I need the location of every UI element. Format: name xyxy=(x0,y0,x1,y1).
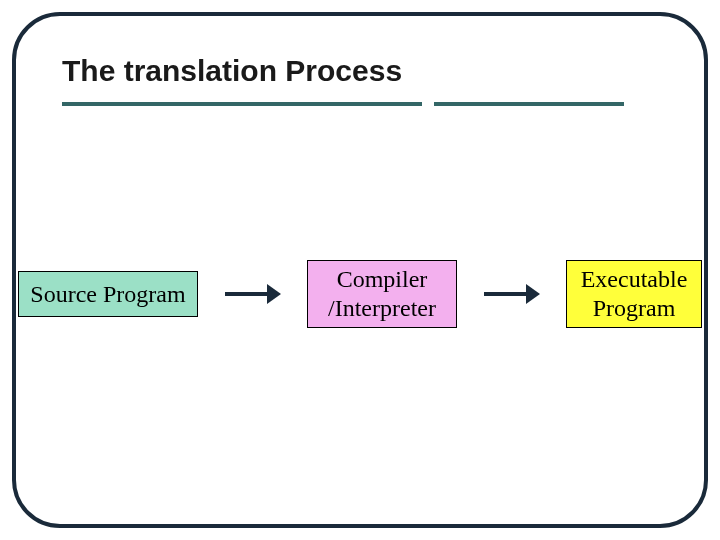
slide-title: The translation Process xyxy=(62,54,402,88)
box-exec-line2: Program xyxy=(573,294,695,323)
box-compiler-interpreter: Compiler /Interpreter xyxy=(307,260,457,328)
box-compiler-line2: /Interpreter xyxy=(314,294,450,323)
flow-row: Source Program Compiler /Interpreter Exe… xyxy=(18,260,702,328)
box-executable-program: Executable Program xyxy=(566,260,702,328)
title-underline-left xyxy=(62,102,422,106)
arrow-icon xyxy=(225,284,281,304)
title-underline-right xyxy=(434,102,624,106)
box-source-label: Source Program xyxy=(25,280,191,309)
box-source-program: Source Program xyxy=(18,271,198,317)
arrow-icon xyxy=(484,284,540,304)
box-exec-line1: Executable xyxy=(573,265,695,294)
box-compiler-line1: Compiler xyxy=(314,265,450,294)
